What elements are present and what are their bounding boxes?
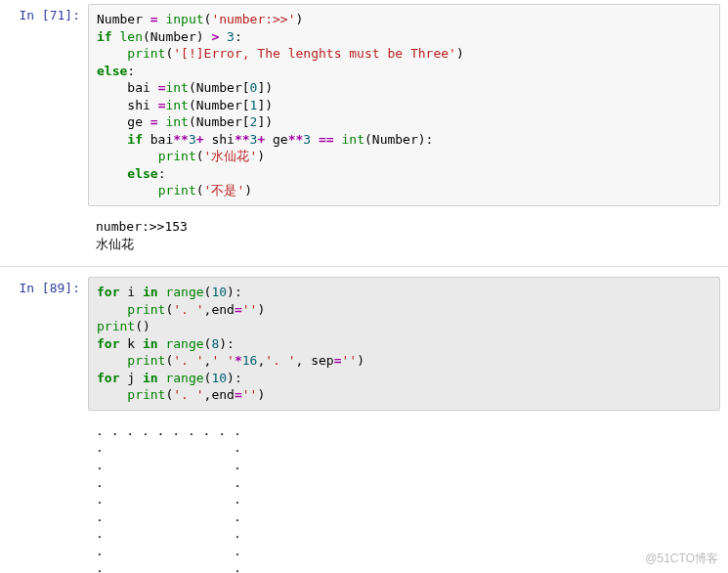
code-line: ge = int(Number[2]) [97,113,711,131]
code-line: print('水仙花') [97,148,711,165]
code-cell: In [71]: Number = input('number:>>')if l… [0,0,728,210]
watermark-text: @51CTO博客 [645,551,718,567]
code-line: else: [97,165,711,183]
output-cell: . . . . . . . . . . . . . . . . . . . . … [0,415,728,573]
code-line: if len(Number) > 3: [97,28,711,46]
code-line: shi =int(Number[1]) [97,97,711,114]
cell-divider [0,266,728,267]
input-prompt: In [89]: [0,277,88,411]
code-line: print('不是') [97,182,711,199]
code-line: else: [97,63,711,80]
input-prompt: In [71]: [0,4,88,206]
code-cell: In [89]: for i in range(10): print('. ',… [0,273,728,415]
prompt-label: In [89]: [19,281,80,295]
cell-output: . . . . . . . . . . . . . . . . . . . . … [88,419,720,573]
code-line: print('. ',' '*16,'. ', sep='') [97,352,711,370]
output-prompt-spacer [0,419,88,573]
code-line: for j in range(10): [97,370,711,387]
code-input-area[interactable]: for i in range(10): print('. ',end='')pr… [88,277,720,411]
code-line: bai =int(Number[0]) [97,79,711,97]
code-line: print('[!]Error, The lenghts must be Thr… [97,45,711,63]
code-line: print('. ',end='') [97,386,711,404]
output-prompt-spacer [0,214,88,256]
prompt-label: In [71]: [19,8,80,22]
code-line: for k in range(8): [97,335,711,353]
code-line: if bai**3+ shi**3+ ge**3 == int(Number): [97,131,711,149]
code-line: print('. ',end='') [97,301,711,319]
output-cell: number:>>153 水仙花 [0,210,728,260]
cell-output: number:>>153 水仙花 [88,214,720,256]
code-line: print() [97,318,711,335]
code-line: for i in range(10): [97,284,711,301]
code-input-area[interactable]: Number = input('number:>>')if len(Number… [88,4,720,206]
code-line: Number = input('number:>>') [97,11,711,28]
